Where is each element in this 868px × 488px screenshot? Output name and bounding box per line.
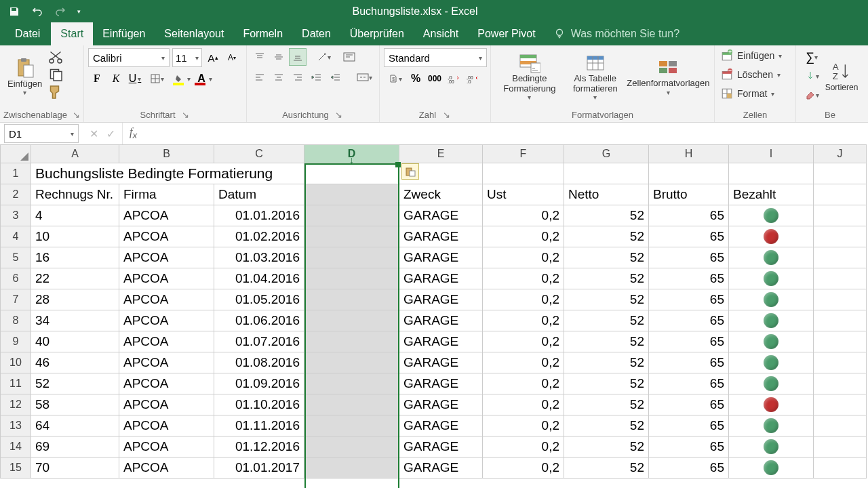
cell[interactable]: GARAGE [399, 247, 483, 268]
decrease-font-icon[interactable]: A▾ [224, 49, 240, 66]
cell[interactable] [304, 352, 399, 373]
cell[interactable]: Ust [483, 184, 564, 205]
cell[interactable] [814, 226, 867, 247]
tab-data[interactable]: Daten [292, 22, 340, 45]
row-header[interactable]: 11 [0, 373, 31, 394]
cell[interactable] [304, 205, 399, 226]
cell[interactable]: 65 [649, 394, 729, 415]
cell[interactable]: 65 [649, 352, 729, 373]
cell[interactable]: 65 [649, 289, 729, 310]
row-header[interactable]: 15 [0, 458, 31, 479]
row-header[interactable]: 12 [0, 394, 31, 415]
paste-options-icon[interactable] [401, 163, 419, 180]
cell[interactable]: 01.03.2016 [214, 247, 304, 268]
cell[interactable] [729, 331, 814, 352]
cell[interactable]: APCOA [119, 268, 214, 289]
borders-icon[interactable]: ▾ [145, 70, 168, 87]
cell[interactable] [814, 184, 867, 205]
increase-font-icon[interactable]: A▴ [205, 49, 221, 66]
row-header[interactable]: 9 [0, 331, 31, 352]
cell[interactable]: APCOA [119, 247, 214, 268]
cell[interactable] [304, 415, 399, 436]
cell[interactable]: APCOA [119, 331, 214, 352]
cell[interactable]: 52 [564, 458, 649, 479]
cell[interactable] [814, 289, 867, 310]
cell[interactable] [483, 163, 564, 184]
fx-icon[interactable]: fx [123, 126, 144, 140]
cell[interactable]: 52 [564, 415, 649, 436]
row-header[interactable]: 13 [0, 415, 31, 436]
dialog-launcher-icon[interactable]: ↘ [334, 110, 344, 119]
col-header-G[interactable]: G [564, 144, 649, 163]
format-painter-icon[interactable] [47, 83, 64, 101]
cell[interactable]: 01.04.2016 [214, 268, 304, 289]
qat-dropdown-icon[interactable]: ▾ [73, 8, 84, 15]
fill-icon[interactable]: ▾ [800, 67, 823, 85]
cell[interactable] [814, 163, 867, 184]
cell[interactable]: GARAGE [399, 394, 483, 415]
copy-icon[interactable] [47, 66, 64, 83]
dialog-launcher-icon[interactable]: ↘ [441, 110, 451, 119]
autosum-icon[interactable]: ∑▾ [800, 48, 823, 66]
cell[interactable]: 65 [649, 373, 729, 394]
paste-button[interactable]: Einfügen ▾ [4, 48, 45, 105]
cell[interactable]: 65 [649, 331, 729, 352]
cell[interactable]: 01.07.2016 [214, 331, 304, 352]
clear-icon[interactable]: ▾ [800, 86, 823, 104]
cell[interactable] [304, 226, 399, 247]
col-header-J[interactable]: J [814, 144, 867, 163]
col-header-C[interactable]: C [214, 144, 304, 163]
cell[interactable]: 16 [31, 247, 119, 268]
cell[interactable]: APCOA [119, 226, 214, 247]
cell[interactable]: Bezahlt [729, 184, 814, 205]
cell[interactable] [814, 373, 867, 394]
wrap-text-icon[interactable] [340, 48, 358, 66]
cell[interactable]: 65 [649, 415, 729, 436]
cell[interactable]: 0,2 [483, 205, 564, 226]
align-middle-icon[interactable] [270, 48, 288, 66]
tab-insert[interactable]: Einfügen [93, 22, 155, 45]
cell[interactable] [814, 310, 867, 331]
cell[interactable]: Firma [119, 184, 214, 205]
cell[interactable] [304, 268, 399, 289]
insert-cells-button[interactable]: Einfügen▾ [719, 47, 787, 64]
cell[interactable]: 52 [564, 310, 649, 331]
cell[interactable]: 52 [564, 394, 649, 415]
row-header[interactable]: 14 [0, 436, 31, 458]
cell[interactable] [729, 205, 814, 226]
cell[interactable] [814, 415, 867, 436]
cell[interactable]: GARAGE [399, 205, 483, 226]
italic-button[interactable]: K [107, 70, 125, 87]
cell[interactable] [814, 205, 867, 226]
cell[interactable]: Buchungsliste Bedingte Formatierung [31, 163, 304, 184]
cell-styles-button[interactable]: Zellenformatvorlagen▾ [627, 48, 710, 105]
cell[interactable]: APCOA [119, 415, 214, 436]
cell[interactable]: 65 [649, 458, 729, 479]
cell[interactable]: APCOA [119, 352, 214, 373]
row-header[interactable]: 3 [0, 205, 31, 226]
tab-formulas[interactable]: Formeln [233, 22, 292, 45]
cell[interactable] [729, 373, 814, 394]
name-box[interactable]: D1▾ [4, 124, 79, 143]
cell[interactable]: GARAGE [399, 436, 483, 458]
cell[interactable] [304, 436, 399, 458]
cell[interactable]: 70 [31, 458, 119, 479]
cell[interactable]: Netto [564, 184, 649, 205]
cell[interactable] [304, 310, 399, 331]
decrease-indent-icon[interactable] [308, 68, 326, 86]
col-header-B[interactable]: B [119, 144, 214, 163]
row-header[interactable]: 8 [0, 310, 31, 331]
cell[interactable] [814, 458, 867, 479]
cell[interactable]: 01.11.2016 [214, 415, 304, 436]
cell[interactable]: 52 [564, 205, 649, 226]
cell[interactable] [729, 415, 814, 436]
cell[interactable]: 52 [564, 373, 649, 394]
row-header[interactable]: 6 [0, 268, 31, 289]
row-header[interactable]: 5 [0, 247, 31, 268]
col-header-I[interactable]: I [729, 144, 814, 163]
cell[interactable]: 28 [31, 289, 119, 310]
align-center-icon[interactable] [270, 68, 288, 86]
cell[interactable]: 52 [564, 331, 649, 352]
row-header[interactable]: 4 [0, 226, 31, 247]
cell[interactable] [304, 331, 399, 352]
